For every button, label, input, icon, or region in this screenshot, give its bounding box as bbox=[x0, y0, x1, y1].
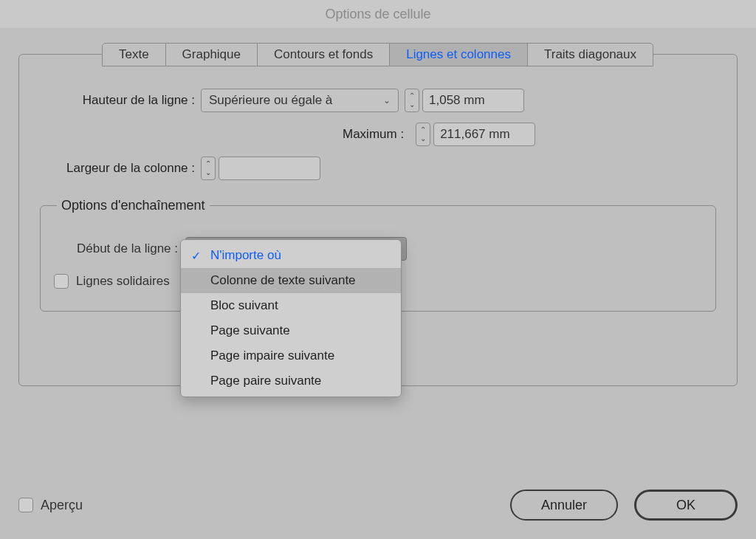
chevron-up-icon: ⌃ bbox=[409, 92, 415, 100]
start-row-dropdown-menu: ✓ N'importe où Colonne de texte suivante… bbox=[180, 239, 402, 397]
chevron-down-icon: ⌄ bbox=[420, 134, 426, 143]
row-height-stepper[interactable]: ⌃ ⌄ bbox=[405, 89, 419, 112]
tab-contours-et-fonds[interactable]: Contours et fonds bbox=[257, 43, 390, 66]
column-width-stepper[interactable]: ⌃ ⌄ bbox=[201, 157, 216, 180]
maximum-stepper[interactable]: ⌃ ⌄ bbox=[416, 123, 430, 146]
tab-traits-diagonaux[interactable]: Traits diagonaux bbox=[527, 43, 653, 66]
keep-together-label: Lignes solidaires bbox=[76, 274, 170, 289]
window-title: Options de cellule bbox=[325, 7, 430, 22]
column-width-label: Largeur de la colonne : bbox=[40, 161, 201, 176]
column-width-input[interactable] bbox=[219, 157, 320, 180]
tab-graphique[interactable]: Graphique bbox=[165, 43, 258, 66]
keep-options-legend: Options d'enchaînement bbox=[57, 198, 210, 213]
chevron-up-icon: ⌃ bbox=[205, 159, 211, 168]
preview-label: Aperçu bbox=[41, 498, 83, 513]
row-height-label: Hauteur de la ligne : bbox=[40, 93, 201, 108]
chevron-down-icon: ⌄ bbox=[205, 168, 211, 177]
tab-lignes-et-colonnes[interactable]: Lignes et colonnes bbox=[389, 43, 528, 66]
tab-texte[interactable]: Texte bbox=[102, 43, 166, 66]
maximum-input[interactable]: 211,667 mm bbox=[433, 123, 535, 146]
keep-together-checkbox[interactable] bbox=[54, 274, 69, 289]
dropdown-option-next-even-page[interactable]: Page paire suivante bbox=[181, 368, 401, 394]
chevron-down-icon: ⌄ bbox=[383, 95, 391, 106]
ok-button[interactable]: OK bbox=[634, 490, 738, 521]
dropdown-option-next-text-column[interactable]: Colonne de texte suivante bbox=[181, 268, 401, 293]
tab-bar: Texte Graphique Contours et fonds Lignes… bbox=[18, 43, 738, 66]
chevron-down-icon: ⌄ bbox=[409, 100, 415, 109]
cancel-button[interactable]: Annuler bbox=[510, 490, 618, 521]
dropdown-option-next-odd-page[interactable]: Page impaire suivante bbox=[181, 343, 401, 368]
row-height-input[interactable]: 1,058 mm bbox=[422, 89, 524, 112]
check-icon: ✓ bbox=[191, 249, 201, 263]
dropdown-option-next-frame[interactable]: Bloc suivant bbox=[181, 293, 401, 318]
preview-checkbox[interactable] bbox=[18, 498, 33, 512]
start-row-label: Début de la ligne : bbox=[54, 241, 185, 256]
dropdown-option-next-page[interactable]: Page suivante bbox=[181, 318, 401, 343]
dropdown-option-anywhere[interactable]: ✓ N'importe où bbox=[181, 243, 401, 268]
row-height-mode-value: Supérieure ou égale à bbox=[209, 93, 332, 108]
chevron-up-icon: ⌃ bbox=[420, 126, 426, 134]
row-height-mode-select[interactable]: Supérieure ou égale à ⌄ bbox=[201, 89, 399, 112]
maximum-label: Maximum : bbox=[343, 127, 410, 142]
